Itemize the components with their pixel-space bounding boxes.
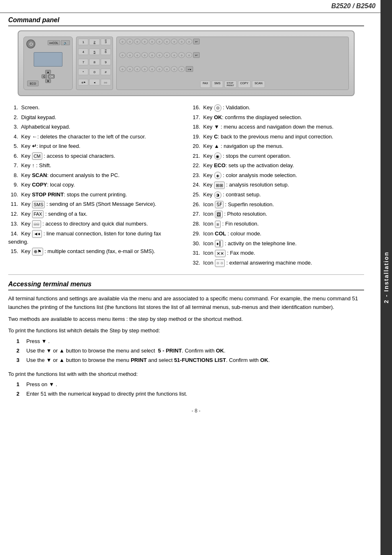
key-star: * — [78, 69, 88, 75]
multi-key-badge: ⊕⚑ — [32, 248, 43, 256]
icon-btn-2: ○ — [127, 39, 133, 44]
resolution-key-badge: ⊞⊞ — [214, 182, 225, 189]
list-item-7: 7. Key ↑ : Shift. — [8, 161, 182, 170]
step-method-step-1: 1 Press ▼ . — [16, 337, 364, 346]
contrast-key-badge: ◑ — [214, 191, 221, 199]
step-method-block: To print the functions list whitch detai… — [8, 327, 364, 365]
list-item-10: 10. Key STOP PRINT: stops the current pr… — [8, 190, 182, 200]
panel-left: ⏻ ▪▪▪COL 🔊 ▲ C OK ▼ — [23, 37, 73, 90]
action-buttons-row: FAX SMS STOPPRINT COPY SCAN — [119, 81, 346, 88]
sms-btn: SMS — [212, 81, 223, 88]
shortcut-method-desc: To print the functions list with with th… — [8, 370, 364, 379]
key-6: 6 — [101, 48, 111, 55]
key-list-right: 16. Key ⊙ : Validation. 17. Key OK: conf… — [190, 103, 364, 268]
key-7: 7 — [78, 59, 88, 65]
icon-btn-5: ○ — [149, 39, 155, 44]
list-item-5: 5. Key ↵: input or line feed. — [8, 141, 182, 151]
list-item-14: 14. Key ◄♦ : line manual connection, lis… — [8, 229, 182, 246]
step-3-num: 3 — [16, 356, 23, 365]
step-3-text: Use the ▼ or ▲ button to browse the menu… — [26, 356, 270, 365]
nav-c-btn: C — [42, 74, 47, 78]
dir-key-badge: ⍾⍾ — [32, 220, 41, 228]
shortcut-step-1-num: 1 — [16, 380, 23, 389]
list-item-24: 24. Key ⊞⊞ : analysis resolution setup. — [190, 180, 364, 190]
list-item-8: 8. Key SCAN: document analysis to the PC… — [8, 170, 182, 180]
fax-key-badge: FAX — [32, 210, 44, 218]
key-2: 2 — [89, 39, 99, 45]
list-item-25: 25. Key ◑ : contrast setup. — [190, 190, 364, 200]
list-item-26: 26. Icon S̈F̈ : Superfin resolution. — [190, 200, 364, 210]
shortcut-method-list: 1 Press on ▼ . 2 Enter 51 with the numer… — [16, 380, 364, 399]
step-1-num: 1 — [16, 337, 23, 346]
phone-icon-badge: ♦┃ — [215, 240, 224, 248]
model-name: B2520 / B2540 — [331, 2, 376, 10]
list-item-17: 17. Key OK: confirms the displayed selec… — [190, 113, 364, 122]
command-panel-title: Command panel — [8, 13, 364, 26]
icon-btn-13: ○ — [134, 52, 141, 58]
list-item-20: 20. Key ▲ : navigation up the menus. — [190, 141, 364, 151]
icon-btn-22: ○ — [127, 66, 133, 72]
icon-btn-29: ○ — [178, 66, 185, 72]
terminal-intro-1: All terminal functions and settings are … — [8, 295, 364, 312]
key-list-left: 1. Screen. 2. Digital keypad. 3. Alphabe… — [8, 103, 182, 268]
side-tab: 2 - Installation — [380, 0, 392, 555]
icon-btn-25: ○ — [149, 66, 155, 72]
icon-btn-10: ○ — [186, 39, 192, 44]
icon-btn-18: ○ — [171, 52, 178, 58]
icon-btn-17: ○ — [164, 52, 170, 58]
list-item-31: 31. Icon ✕✕ : Fax mode. — [190, 248, 364, 258]
step-1-text: Press ▼ . — [26, 337, 50, 346]
page-number: - 8 - — [191, 408, 200, 414]
list-item-23: 23. Key ◈ : color analysis mode selectio… — [190, 170, 364, 180]
key-8: 8 — [89, 59, 99, 65]
icon-btn-21: ○ — [119, 66, 126, 72]
icon-btn-3: ○ — [134, 39, 141, 44]
icon-btn-11: ○ — [119, 52, 126, 58]
shortcut-method-block: To print the functions list with with th… — [8, 370, 364, 399]
panel-right-btns: ○ ○ ○ ○ ○ ○ ○ ○ ○ ○ ↩ ○ ○ ○ ○ ○ — [116, 37, 349, 90]
icon-btn-19: ○ — [178, 52, 185, 58]
device-icon-label: 🔊 — [61, 40, 70, 45]
key-4: 4 — [78, 48, 88, 55]
panel-keypad: 1 2 3 4 5 6 7 8 9 * 0 # ⊕⚑ ◄ ⍾⍾ — [76, 37, 113, 90]
icon-btn-6: ○ — [156, 39, 163, 44]
list-item-19: 19. Key C: back to the previous menu and… — [190, 132, 364, 142]
list-item-28: 28. Icon ≡ : Fin resolution. — [190, 219, 364, 229]
step-2-num: 2 — [16, 347, 23, 355]
icon-btn-20: ○ — [186, 52, 192, 58]
list-item-15: 15. Key ⊕⚑ : multiple contact sending (f… — [8, 246, 182, 256]
shortcut-step-2: 2 Enter 51 with the numerical keypad to … — [16, 389, 364, 399]
terminal-section: Accessing terminal menus All terminal fu… — [8, 277, 364, 399]
list-item-4: 4. Key ←: deletes the character to the l… — [8, 132, 182, 142]
icon-btn-back3: ↩● — [186, 66, 193, 72]
icon-btn-back: ↩ — [193, 39, 200, 44]
list-item-13: 13. Key ⍾⍾ : access to directory and qui… — [8, 219, 182, 229]
nav-up-btn: ▲ — [45, 70, 51, 74]
list-item-27: 27. Icon 🖼 : Photo resolution. — [190, 209, 364, 219]
step-method-desc: To print the functions list whitch detai… — [8, 327, 364, 335]
icon-btn-4: ○ — [141, 39, 148, 44]
key-3: 3 — [101, 39, 111, 45]
icon-btn-back2: ↩ — [193, 52, 200, 58]
list-item-18: 18. Key ▼ : menu access and navigation d… — [190, 122, 364, 132]
eco-btn: ECO — [27, 81, 39, 86]
superfin-icon-badge: S̈F̈ — [215, 201, 224, 209]
list-item-32: 32. Icon ○ ○ : external answering machin… — [190, 258, 364, 268]
key-list-container: 1. Screen. 2. Digital keypad. 3. Alphabe… — [8, 103, 364, 268]
shortcut-step-2-text: Enter 51 with the numerical keypad to di… — [26, 390, 187, 398]
scan-btn: SCAN — [252, 81, 265, 88]
list-item-3: 3. Alphabetical keypad. — [8, 122, 182, 132]
icon-btn-9: ○ — [178, 39, 185, 44]
list-item-16: 16. Key ⊙ : Validation. — [190, 103, 364, 113]
icon-btn-26: ○ — [156, 66, 163, 72]
nav-ok-btn: OK — [48, 74, 55, 78]
photo-icon-badge: 🖼 — [215, 211, 223, 219]
stop-print-btn: STOPPRINT — [224, 81, 237, 88]
list-item-9: 9. Key COPY: local copy. — [8, 180, 182, 190]
main-content: Command panel ⏻ ▪▪▪COL 🔊 ▲ C OK — [0, 13, 380, 399]
accessing-terminal-title: Accessing terminal menus — [8, 277, 364, 290]
key-1: 1 — [78, 39, 88, 45]
icon-btn-27: ○ — [164, 66, 170, 72]
list-item-12: 12. Key FAX : sending of a fax. — [8, 209, 182, 219]
icon-btn-28: ○ — [171, 66, 178, 72]
